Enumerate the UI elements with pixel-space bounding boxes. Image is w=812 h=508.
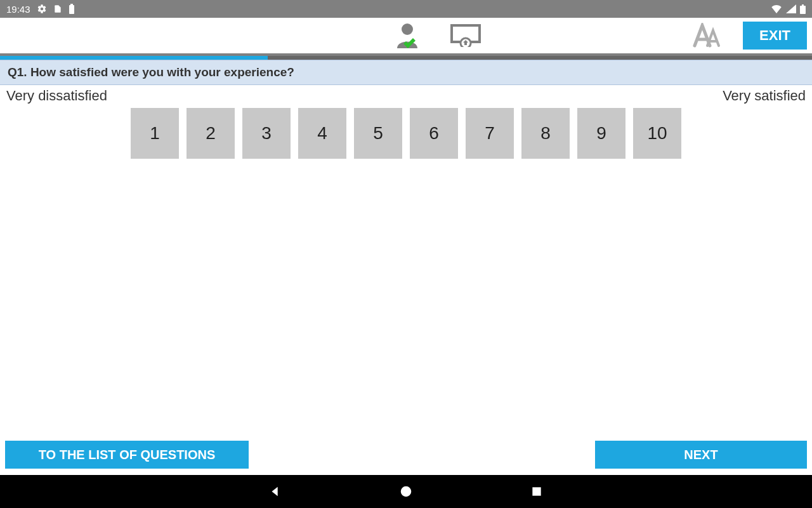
wifi-icon: [771, 4, 782, 13]
status-time: 19:43: [6, 4, 30, 15]
svg-rect-0: [69, 5, 74, 14]
person-icon[interactable]: [393, 22, 421, 50]
document-icon: [53, 4, 62, 14]
nav-recent-icon[interactable]: [528, 483, 545, 500]
rating-5[interactable]: 5: [354, 108, 402, 159]
svg-rect-3: [802, 4, 804, 6]
rating-2[interactable]: 2: [187, 108, 235, 159]
svg-rect-1: [70, 4, 73, 5]
rating-1[interactable]: 1: [131, 108, 179, 159]
gear-icon: [37, 4, 47, 14]
android-nav-bar: [0, 475, 812, 508]
scale-label-left: Very dissatisfied: [6, 88, 107, 104]
rating-9[interactable]: 9: [577, 108, 625, 159]
upload-icon[interactable]: [450, 24, 481, 47]
font-size-icon[interactable]: [692, 23, 723, 48]
svg-rect-2: [800, 6, 806, 14]
exit-button[interactable]: EXIT: [743, 22, 807, 50]
question-header: Q1. How satisfied were you with your exp…: [0, 60, 812, 85]
rating-scale: 1 2 3 4 5 6 7 8 9 10: [0, 104, 812, 159]
rating-8[interactable]: 8: [521, 108, 570, 159]
rating-7[interactable]: 7: [466, 108, 514, 159]
svg-point-9: [401, 486, 412, 497]
footer-bar: TO THE LIST OF QUESTIONS NEXT: [0, 437, 812, 475]
svg-point-4: [402, 23, 413, 35]
nav-home-icon[interactable]: [398, 483, 414, 500]
app-header: EXIT: [0, 18, 812, 56]
signal-icon: [786, 4, 796, 13]
scale-labels: Very dissatisfied Very satisfied: [0, 85, 812, 104]
android-status-bar: 19:43: [0, 0, 812, 18]
next-button[interactable]: NEXT: [595, 441, 807, 469]
nav-back-icon[interactable]: [267, 483, 284, 500]
battery-icon: [69, 4, 75, 14]
rating-10[interactable]: 10: [633, 108, 681, 159]
to-list-button[interactable]: TO THE LIST OF QUESTIONS: [5, 441, 249, 469]
scale-label-right: Very satisfied: [723, 88, 806, 104]
rating-4[interactable]: 4: [298, 108, 346, 159]
rating-6[interactable]: 6: [410, 108, 458, 159]
svg-rect-10: [532, 487, 540, 495]
battery-full-icon: [800, 4, 806, 14]
rating-3[interactable]: 3: [242, 108, 291, 159]
